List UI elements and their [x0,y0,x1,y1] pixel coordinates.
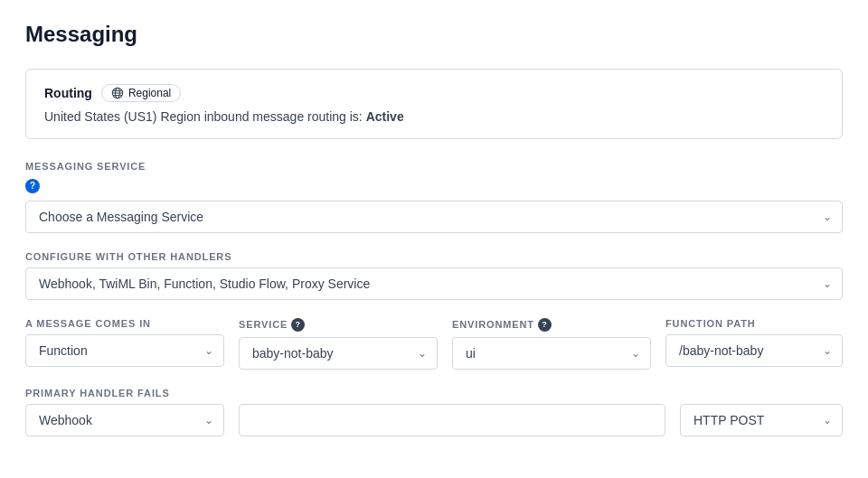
function-path-select[interactable]: /baby-not-baby [665,334,843,367]
page-title: Messaging [25,22,843,47]
service-col: SERVICE ? baby-not-baby ⌄ [239,318,438,370]
configure-select-wrapper: Webhook, TwiML Bin, Function, Studio Flo… [25,267,843,300]
message-comes-in-select[interactable]: Function [25,334,224,367]
routing-description: United States (US1) Region inbound messa… [44,109,824,124]
regional-label: Regional [128,87,171,99]
primary-handler-select[interactable]: Webhook [25,404,224,436]
globe-icon [111,87,124,99]
messaging-service-select[interactable]: Choose a Messaging Service [25,201,843,233]
routing-header: Routing Regional [44,84,824,102]
environment-select[interactable]: ui [452,337,651,370]
primary-handler-select-wrapper: Webhook ⌄ [25,404,224,436]
messaging-service-label: MESSAGING SERVICE [25,161,843,172]
environment-col-label: ENVIRONMENT ? [452,318,651,332]
http-method-select[interactable]: HTTP POST [680,404,843,436]
message-comes-in-col: A MESSAGE COMES IN Function ⌄ [25,318,224,367]
environment-select-wrapper: ui ⌄ [452,337,651,370]
configure-label: CONFIGURE WITH OTHER HANDLERS [25,251,843,262]
service-help-icon[interactable]: ? [291,318,305,332]
function-path-col-label: FUNCTION PATH [665,318,843,329]
service-select-wrapper: baby-not-baby ⌄ [239,337,438,370]
primary-handler-label: PRIMARY HANDLER FAILS [25,388,843,398]
configure-select[interactable]: Webhook, TwiML Bin, Function, Studio Flo… [25,267,843,300]
function-path-col: FUNCTION PATH /baby-not-baby ⌄ [665,318,843,367]
configure-section: CONFIGURE WITH OTHER HANDLERS Webhook, T… [25,251,843,300]
function-path-select-wrapper: /baby-not-baby ⌄ [665,334,843,367]
service-col-label: SERVICE ? [239,318,438,332]
regional-badge[interactable]: Regional [101,84,181,102]
http-method-select-wrapper: HTTP POST ⌄ [680,404,843,436]
environment-col: ENVIRONMENT ? ui ⌄ [452,318,651,370]
message-comes-in-select-wrapper: Function ⌄ [25,334,224,367]
routing-card: Routing Regional United States (US1) Reg… [25,69,843,139]
routing-label: Routing [44,86,92,100]
messaging-service-select-wrapper: Choose a Messaging Service ⌄ [25,201,843,233]
message-comes-in-label: A MESSAGE COMES IN [25,318,224,329]
primary-handler-section: PRIMARY HANDLER FAILS Webhook ⌄ HTTP POS… [25,388,843,436]
primary-handler-url-input[interactable] [239,404,665,436]
service-select[interactable]: baby-not-baby [239,337,438,370]
messaging-service-section: MESSAGING SERVICE ? Choose a Messaging S… [25,161,843,233]
message-handler-row: A MESSAGE COMES IN Function ⌄ SERVICE ? … [25,318,843,370]
environment-help-icon[interactable]: ? [538,318,552,332]
primary-handler-row: Webhook ⌄ HTTP POST ⌄ [25,404,843,436]
messaging-service-help-icon[interactable]: ? [25,179,40,193]
